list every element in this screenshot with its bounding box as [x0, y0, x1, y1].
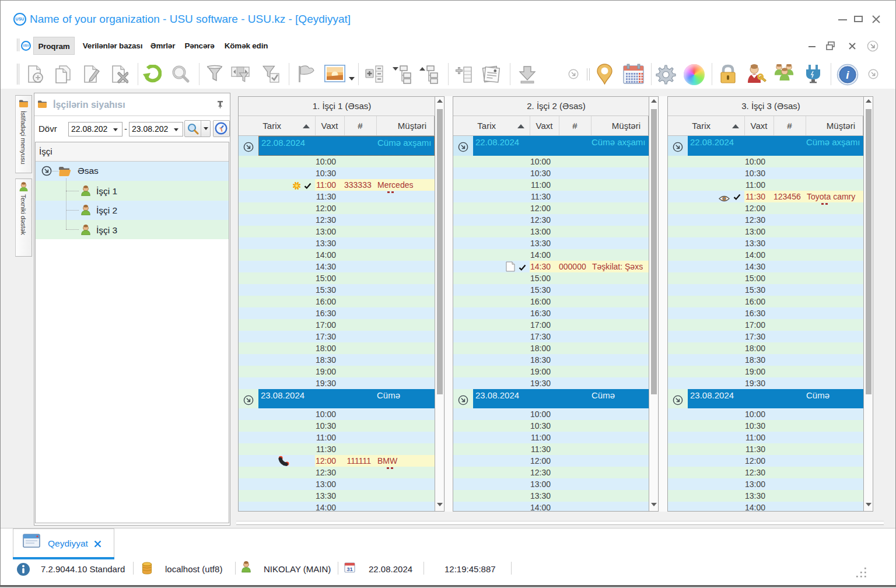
svg-text:i: i [846, 69, 849, 81]
svg-text:31: 31 [346, 566, 353, 572]
